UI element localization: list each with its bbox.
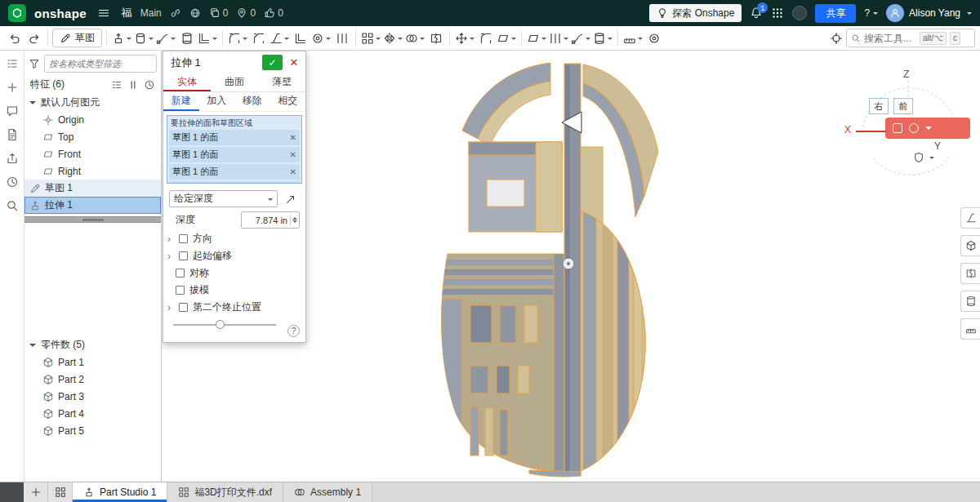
second-end-checkbox[interactable] [179, 303, 188, 312]
selection-item[interactable]: 草图 1 的面✕ [169, 130, 300, 145]
loft-button[interactable] [177, 28, 196, 48]
option-start-offset[interactable]: ›起始偏移 [163, 247, 305, 264]
revolve-button[interactable] [133, 28, 154, 48]
tree-item-part2[interactable]: Part 2 [24, 371, 161, 388]
thicken-button[interactable] [197, 28, 218, 48]
tab-thin[interactable]: 薄壁 [258, 73, 305, 91]
option-direction[interactable]: ›方向 [163, 230, 305, 247]
split-button[interactable] [426, 28, 445, 48]
start-offset-checkbox[interactable] [179, 251, 188, 260]
tab-assembly[interactable]: Assembly 1 [283, 482, 372, 502]
tree-item-part4[interactable]: Part 4 [24, 405, 161, 422]
cancel-button[interactable]: ✕ [285, 55, 303, 70]
help-button[interactable]: ? [864, 7, 878, 19]
modify-fillet-button[interactable] [476, 28, 495, 48]
find-tool-icon[interactable] [826, 28, 845, 48]
browse-tabs-button[interactable] [48, 482, 73, 502]
chevron-down-icon[interactable] [29, 344, 36, 350]
cube-face-front[interactable]: 前 [893, 98, 913, 114]
rib-button[interactable] [332, 28, 351, 48]
draft-button[interactable] [269, 28, 290, 48]
user-menu[interactable]: Alison Yang [886, 4, 972, 22]
notes-panel-icon[interactable] [6, 128, 19, 141]
sweep-button[interactable] [155, 28, 176, 48]
help-icon[interactable]: ? [287, 325, 300, 337]
extrude-button[interactable] [111, 28, 132, 48]
tree-item-front-plane[interactable]: Front [24, 145, 161, 162]
op-new[interactable]: 新建 [163, 92, 199, 111]
follows-counter[interactable]: 0 [236, 7, 256, 19]
tool-search-input[interactable] [864, 33, 916, 44]
mirror-button[interactable] [382, 28, 403, 48]
apps-grid-icon[interactable] [771, 7, 784, 20]
chevron-down-icon[interactable] [29, 101, 36, 108]
extrude-drag-handle[interactable] [563, 258, 574, 269]
history-icon[interactable] [144, 79, 155, 91]
feature-list-panel-icon[interactable] [6, 57, 19, 70]
export-panel-icon[interactable] [6, 152, 19, 165]
tree-group-parts[interactable]: 零件数 (5) [24, 336, 161, 353]
option-draft[interactable]: 拔模 [163, 282, 305, 299]
branch-name[interactable]: Main [140, 7, 162, 19]
public-globe-icon[interactable] [189, 7, 201, 19]
remove-selection-icon[interactable]: ✕ [290, 150, 296, 159]
direction-checkbox[interactable] [179, 234, 188, 243]
redo-button[interactable] [24, 28, 43, 48]
remove-selection-icon[interactable]: ✕ [290, 133, 296, 142]
view-cube[interactable]: Z 右 前 X Y [843, 69, 973, 191]
animation-slider[interactable] [173, 324, 276, 326]
insert-panel-icon[interactable] [6, 81, 19, 94]
search-panel-icon[interactable] [6, 199, 19, 212]
tree-item-part3[interactable]: Part 3 [24, 388, 161, 405]
draft-analysis-button[interactable] [960, 207, 980, 229]
tree-item-part5[interactable]: Part 5 [24, 422, 161, 439]
model-3d[interactable] [399, 56, 668, 482]
graphics-viewport[interactable]: 拉伸 1 ✓ ✕ 实体 曲面 薄壁 新建 加入 移除 相交 要拉伸的面和草图区域… [162, 51, 980, 482]
surface-button[interactable] [592, 28, 613, 48]
shell-button[interactable] [291, 28, 310, 48]
selection-list[interactable]: 要拉伸的面和草图区域 草图 1 的面✕ 草图 1 的面✕ 草图 1 的面✕ 草图… [167, 115, 302, 184]
depth-stepper[interactable] [290, 215, 297, 225]
rollback-bar[interactable] [24, 216, 161, 223]
tab-part-studio[interactable]: Part Studio 1 [73, 482, 167, 502]
symmetric-checkbox[interactable] [176, 269, 185, 278]
onshape-logo-icon[interactable] [8, 4, 26, 22]
feature-filter-input[interactable] [44, 55, 157, 73]
confirm-button[interactable]: ✓ [262, 55, 283, 70]
hole-button[interactable] [310, 28, 332, 48]
slider-handle[interactable] [216, 320, 225, 329]
appearance-panel-button[interactable] [960, 235, 980, 256]
comment-panel-icon[interactable] [6, 104, 19, 118]
fillet-button[interactable] [227, 28, 248, 48]
cube-face-right[interactable]: 右 [869, 98, 889, 114]
remove-selection-icon[interactable]: ✕ [290, 167, 296, 176]
view-orientation-highlight[interactable] [885, 118, 970, 139]
section-view-button[interactable] [960, 263, 980, 284]
tab-surface[interactable]: 曲面 [211, 73, 258, 91]
end-condition-select[interactable]: 给定深度 [169, 190, 278, 207]
copies-counter[interactable]: 0 [209, 7, 229, 19]
tab-solid[interactable]: 实体 [163, 73, 211, 91]
document-title[interactable]: 福 [122, 6, 132, 20]
main-menu-icon[interactable] [95, 3, 114, 24]
measure-panel-button[interactable] [960, 318, 980, 340]
named-views-button[interactable] [960, 291, 980, 312]
undo-button[interactable] [5, 28, 24, 48]
selection-item[interactable]: 草图 1 的面✕ [169, 147, 300, 162]
mass-properties-button[interactable] [644, 28, 663, 48]
op-intersect[interactable]: 相交 [270, 92, 306, 111]
share-link-icon[interactable] [170, 7, 181, 19]
suppress-icon[interactable] [127, 79, 139, 91]
tree-group-default-geometry[interactable]: 默认几何图元 [24, 94, 161, 111]
tree-item-right-plane[interactable]: Right [24, 162, 161, 180]
tree-item-origin[interactable]: Origin [24, 111, 161, 128]
likes-counter[interactable]: 0 [264, 7, 283, 19]
sheet-metal-button[interactable] [526, 28, 547, 48]
replace-face-button[interactable] [496, 28, 517, 48]
tree-item-extrude1[interactable]: 拉伸 1 [24, 197, 161, 214]
op-add[interactable]: 加入 [199, 92, 235, 111]
boolean-button[interactable] [404, 28, 425, 48]
draft-checkbox[interactable] [176, 286, 185, 295]
notifications-button[interactable]: 1 [750, 7, 763, 20]
transform-button[interactable] [454, 28, 475, 48]
